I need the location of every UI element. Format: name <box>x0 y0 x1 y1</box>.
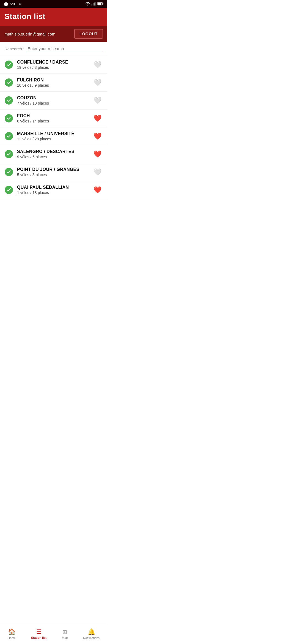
svg-rect-2 <box>94 2 95 6</box>
favorite-button[interactable]: ❤️ <box>92 113 103 123</box>
user-email: mathisjp.guerin@gmail.com <box>4 32 55 36</box>
favorite-button[interactable]: ❤️ <box>92 149 103 159</box>
favorite-button[interactable]: 🤍 <box>92 167 103 177</box>
station-name: CONFLUENCE / DARSE <box>17 60 89 65</box>
station-item[interactable]: SALENGRO / DESCARTES9 vélos / 6 places❤️ <box>0 145 107 163</box>
station-info: QUAI PAUL SÉDALLIAN1 vélos / 18 places <box>17 185 89 195</box>
status-right <box>85 2 103 6</box>
page-content: CONFLUENCE / DARSE19 vélos / 3 places🤍FU… <box>0 56 107 221</box>
station-item[interactable]: MARSEILLE / UNIVERSITÉ12 vélos / 28 plac… <box>0 127 107 145</box>
station-meta: 1 vélos / 18 places <box>17 190 89 195</box>
station-check-icon <box>4 114 13 123</box>
station-name: MARSEILLE / UNIVERSITÉ <box>17 131 89 136</box>
station-item[interactable]: CONFLUENCE / DARSE19 vélos / 3 places🤍 <box>0 56 107 74</box>
station-name: POINT DU JOUR / GRANGES <box>17 167 89 172</box>
station-meta: 9 vélos / 6 places <box>17 155 89 159</box>
station-check-icon <box>4 150 13 159</box>
wifi-icon <box>85 2 90 6</box>
station-check-icon <box>4 132 13 141</box>
station-meta: 19 vélos / 3 places <box>17 65 89 70</box>
station-name: FOCH <box>17 113 89 118</box>
station-info: FOCH6 vélos / 14 places <box>17 113 89 123</box>
svg-rect-0 <box>92 4 92 6</box>
station-meta: 7 vélos / 10 places <box>17 101 89 105</box>
station-meta: 5 vélos / 8 places <box>17 173 89 177</box>
settings-icon: ⚙ <box>18 2 22 6</box>
page-title: Station list <box>4 12 103 21</box>
station-name: SALENGRO / DESCARTES <box>17 149 89 154</box>
time-display: 5:01 <box>10 2 17 6</box>
status-bar: ⬤ 5:01 ⚙ <box>0 0 107 8</box>
station-check-icon <box>4 185 13 194</box>
station-info: COUZON7 vélos / 10 places <box>17 95 89 105</box>
signal-icon <box>92 2 96 6</box>
search-input[interactable] <box>27 45 103 52</box>
station-info: CONFLUENCE / DARSE19 vélos / 3 places <box>17 60 89 70</box>
station-meta: 10 vélos / 9 places <box>17 83 89 88</box>
favorite-button[interactable]: 🤍 <box>92 95 103 105</box>
status-left: ⬤ 5:01 ⚙ <box>4 2 22 6</box>
station-info: POINT DU JOUR / GRANGES5 vélos / 8 place… <box>17 167 89 177</box>
svg-rect-3 <box>95 2 96 6</box>
svg-rect-6 <box>103 3 103 5</box>
station-name: FULCHIRON <box>17 78 89 83</box>
station-info: MARSEILLE / UNIVERSITÉ12 vélos / 28 plac… <box>17 131 89 141</box>
station-name: QUAI PAUL SÉDALLIAN <box>17 185 89 190</box>
station-check-icon <box>4 60 13 69</box>
station-info: FULCHIRON10 vélos / 9 places <box>17 78 89 88</box>
station-item[interactable]: COUZON7 vélos / 10 places🤍 <box>0 92 107 110</box>
favorite-button[interactable]: ❤️ <box>92 131 103 141</box>
favorite-button[interactable]: 🤍 <box>92 78 103 88</box>
search-label: Research : <box>4 47 24 51</box>
station-meta: 12 vélos / 28 places <box>17 137 89 141</box>
station-name: COUZON <box>17 95 89 100</box>
logout-button[interactable]: LOGOUT <box>74 29 103 39</box>
station-check-icon <box>4 168 13 176</box>
station-info: SALENGRO / DESCARTES9 vélos / 6 places <box>17 149 89 159</box>
user-bar: mathisjp.guerin@gmail.com LOGOUT <box>0 26 107 42</box>
station-list: CONFLUENCE / DARSE19 vélos / 3 places🤍FU… <box>0 56 107 199</box>
station-meta: 6 vélos / 14 places <box>17 119 89 123</box>
svg-rect-5 <box>98 3 101 5</box>
station-item[interactable]: POINT DU JOUR / GRANGES5 vélos / 8 place… <box>0 163 107 181</box>
station-check-icon <box>4 96 13 105</box>
station-check-icon <box>4 78 13 87</box>
svg-rect-1 <box>93 3 94 6</box>
favorite-button[interactable]: ❤️ <box>92 185 103 195</box>
battery-icon <box>97 2 103 6</box>
station-item[interactable]: FULCHIRON10 vélos / 9 places🤍 <box>0 74 107 92</box>
station-item[interactable]: FOCH6 vélos / 14 places❤️ <box>0 110 107 127</box>
search-bar: Research : <box>0 42 107 56</box>
station-item[interactable]: QUAI PAUL SÉDALLIAN1 vélos / 18 places❤️ <box>0 181 107 199</box>
app-header: Station list <box>0 8 107 26</box>
camera-icon: ⬤ <box>4 2 8 6</box>
favorite-button[interactable]: 🤍 <box>92 60 103 70</box>
